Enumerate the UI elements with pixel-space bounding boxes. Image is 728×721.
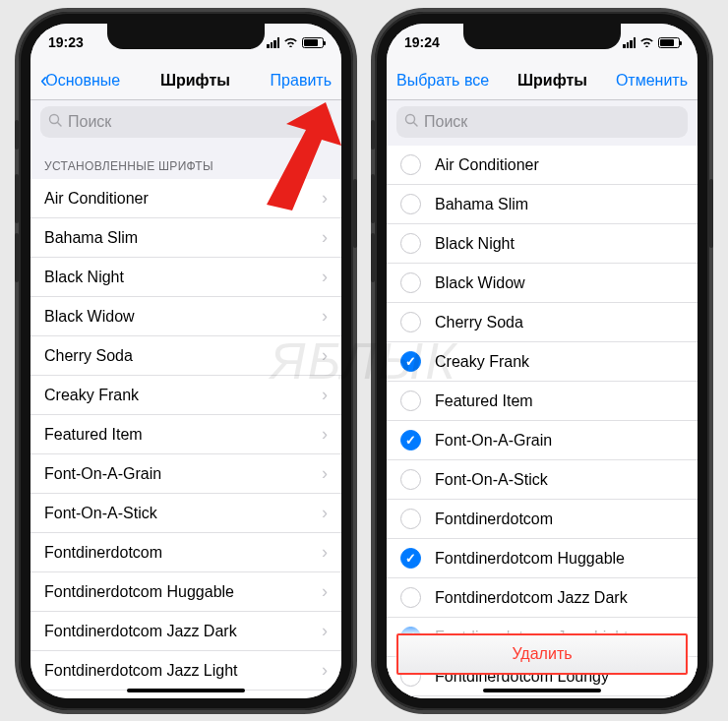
font-name: Fontdinerdotcom Jazz Dark [435,589,684,607]
search-input[interactable]: Поиск [396,106,688,138]
checkbox-checked-icon[interactable] [400,351,421,372]
font-row-selectable[interactable]: Font-On-A-Stick [387,460,698,500]
chevron-right-icon: › [322,385,328,405]
font-row-selectable[interactable]: Fontdinerdotcom [387,500,698,539]
font-name: Fontdinerdotcom [435,511,684,528]
font-list-editing: Air ConditionerBahama SlimBlack NightBla… [387,146,698,698]
page-title: Шрифты [517,72,587,90]
wifi-icon [639,35,654,50]
chevron-right-icon: › [322,267,328,287]
font-name: Cherry Soda [435,314,684,331]
search-icon [404,113,418,131]
font-name: Creaky Frank [435,353,684,371]
checkbox-checked-icon[interactable] [400,430,421,451]
font-name: Cherry Soda [44,347,322,365]
checkbox-empty-icon[interactable] [400,154,421,175]
font-name: Black Widow [435,274,684,292]
font-row[interactable]: Font-On-A-Grain› [30,454,341,494]
chevron-right-icon: › [322,345,328,366]
font-name: Featured Item [44,426,322,444]
chevron-right-icon: › [322,227,328,248]
font-row[interactable]: Black Widow› [30,297,341,336]
chevron-right-icon: › [322,581,328,602]
nav-bar: Выбрать все Шрифты Отменить [387,61,698,100]
font-name: Black Widow [44,308,322,326]
phone-right: 19:24 Выбрать все Шрифты Отменить По [375,12,709,710]
checkbox-empty-icon[interactable] [400,312,421,332]
page-title: Шрифты [160,72,230,90]
checkbox-empty-icon[interactable] [400,194,421,214]
font-name: Black Night [44,269,322,286]
font-name: Fontdinerdotcom Jazz Light [44,662,322,680]
font-row-selectable[interactable]: Black Night [387,224,698,264]
font-list: Air Conditioner›Bahama Slim›Black Night›… [30,179,341,698]
battery-icon [302,37,324,48]
font-row[interactable]: Air Conditioner› [30,179,341,218]
font-row[interactable]: Font-On-A-Stick› [30,494,341,533]
font-name: Font-On-A-Grain [435,432,684,450]
cancel-button[interactable]: Отменить [616,72,688,90]
search-placeholder: Поиск [68,113,111,131]
font-row[interactable]: Black Night› [30,258,341,297]
checkbox-checked-icon[interactable] [400,548,421,569]
chevron-right-icon: › [322,503,328,523]
notch [463,24,621,49]
font-row-selectable[interactable]: Featured Item [387,382,698,421]
search-placeholder: Поиск [424,113,467,131]
checkbox-empty-icon[interactable] [400,272,421,293]
font-row[interactable]: Bahama Slim› [30,218,341,258]
font-name: Featured Item [435,392,684,410]
checkbox-empty-icon[interactable] [400,587,421,608]
font-row-selectable[interactable]: Air Conditioner [387,146,698,185]
font-row[interactable]: Fontdinerdotcom Jazz Light› [30,651,341,691]
chevron-right-icon: › [322,463,328,484]
search-icon [48,113,62,131]
chevron-right-icon: › [322,188,328,209]
font-row[interactable]: Fontdinerdotcom Jazz Dark› [30,612,341,651]
checkbox-empty-icon[interactable] [400,391,421,411]
delete-button[interactable]: Удалить [396,633,688,675]
font-name: Fontdinerdotcom [44,544,322,562]
font-row-selectable[interactable]: Font-On-A-Grain [387,421,698,460]
font-name: Bahama Slim [435,196,684,213]
chevron-right-icon: › [322,542,328,563]
status-time: 19:24 [404,34,440,50]
font-row-selectable[interactable]: Fontdinerdotcom Luvable [387,696,698,698]
chevron-right-icon: › [322,660,328,681]
battery-icon [658,37,680,48]
font-row-selectable[interactable]: Bahama Slim [387,185,698,224]
phone-left: 19:23 ‹ Основные Шрифты Править [19,12,353,710]
font-row-selectable[interactable]: Creaky Frank [387,342,698,382]
font-row[interactable]: Fontdinerdotcom Huggable› [30,572,341,612]
font-row-selectable[interactable]: Cherry Soda [387,303,698,342]
font-name: Fontdinerdotcom Huggable [435,550,684,568]
font-name: Air Conditioner [44,190,322,208]
font-row[interactable]: Featured Item› [30,415,341,454]
edit-button[interactable]: Править [271,72,332,90]
font-name: Fontdinerdotcom Jazz Dark [44,623,322,640]
font-name: Fontdinerdotcom Huggable [44,583,322,601]
font-row-selectable[interactable]: Fontdinerdotcom Huggable [387,539,698,578]
chevron-right-icon: › [322,424,328,445]
checkbox-empty-icon[interactable] [400,469,421,490]
font-row-selectable[interactable]: Black Widow [387,264,698,303]
font-name: Font-On-A-Stick [44,505,322,522]
back-label: Основные [45,72,120,90]
status-time: 19:23 [48,34,84,50]
chevron-right-icon: › [322,306,328,327]
checkbox-empty-icon[interactable] [400,509,421,529]
font-row[interactable]: Fontdinerdotcom› [30,533,341,572]
checkbox-empty-icon[interactable] [400,233,421,254]
font-name: Black Night [435,235,684,253]
select-all-button[interactable]: Выбрать все [396,72,489,90]
notch [107,24,265,49]
home-indicator [127,689,245,692]
font-row[interactable]: Creaky Frank› [30,376,341,415]
search-input[interactable]: Поиск [40,106,332,138]
font-row[interactable]: Cherry Soda› [30,336,341,376]
nav-bar: ‹ Основные Шрифты Править [30,61,341,100]
font-name: Font-On-A-Grain [44,465,322,483]
font-row-selectable[interactable]: Fontdinerdotcom Jazz Dark [387,578,698,618]
home-indicator [483,689,601,692]
back-button[interactable]: ‹ Основные [40,70,120,91]
